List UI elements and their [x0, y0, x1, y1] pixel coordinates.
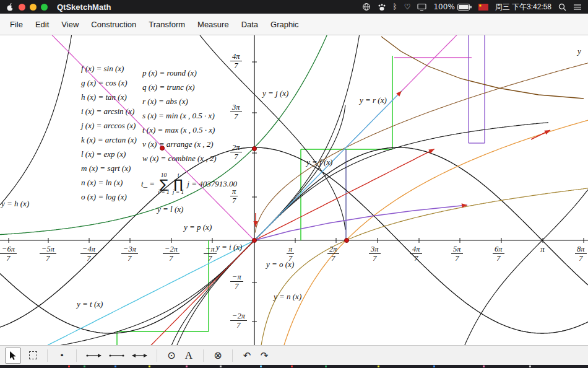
- menu-construction[interactable]: Construction: [85, 20, 142, 29]
- menu-edit[interactable]: Edit: [29, 20, 55, 29]
- control-center-icon[interactable]: [573, 4, 582, 11]
- dock-speck: [220, 366, 222, 367]
- marquee-tool[interactable]: [27, 348, 38, 363]
- function-definition[interactable]: w (x) = combine (x , 2): [142, 154, 217, 163]
- text-tool[interactable]: A: [183, 348, 194, 363]
- battery-indicator[interactable]: 100%: [433, 3, 471, 11]
- dock-speck: [68, 366, 70, 367]
- y-tick-label: 3π7: [230, 103, 242, 121]
- function-definition[interactable]: r (x) = abs (x): [142, 97, 188, 106]
- function-definition[interactable]: f (x) = sin (x): [81, 64, 124, 73]
- segment-tool[interactable]: [108, 348, 125, 363]
- dock-speck: [325, 366, 327, 367]
- dock-speck: [378, 366, 379, 367]
- measurement-expression[interactable]: t_ = 10 ∑ i = 1 i ∏ j = 1 j = 4037913.00: [141, 173, 237, 195]
- x-tick-label: π7: [287, 245, 294, 263]
- heart-icon[interactable]: ♡: [404, 3, 411, 11]
- function-definition[interactable]: o (x) = log (x): [81, 193, 127, 201]
- menu-view[interactable]: View: [55, 20, 85, 29]
- function-definition[interactable]: v (x) = arrange (x , 2): [142, 140, 214, 149]
- undo-button[interactable]: ↶: [241, 348, 253, 363]
- curve-label[interactable]: y = l (x): [157, 205, 183, 214]
- dock-speck: [84, 366, 85, 367]
- function-definition[interactable]: k (x) = arctan (x): [81, 136, 137, 144]
- curve-label[interactable]: y = f (x): [306, 158, 332, 167]
- curve-label[interactable]: y = i (x): [216, 243, 242, 252]
- dock-speck: [149, 366, 150, 367]
- y-tick-label: π7: [230, 187, 238, 205]
- menu-file[interactable]: File: [4, 20, 29, 29]
- redo-button[interactable]: ↷: [259, 348, 270, 363]
- x-tick-label: π: [540, 245, 545, 255]
- dock-speck: [186, 366, 188, 367]
- dock-speck: [291, 366, 293, 367]
- toolbar: •⊙A⊗↶↷: [0, 345, 588, 365]
- sum-lhs: t_ =: [141, 179, 155, 189]
- dock-speck: [115, 366, 116, 367]
- globe-icon[interactable]: [362, 2, 371, 11]
- menubar-status-icons: ᛒ ♡ 100% 周三 下午3:42:58: [362, 2, 582, 12]
- x-tick-label: −4π7: [80, 245, 97, 263]
- minimize-button[interactable]: [30, 4, 37, 11]
- curve-label[interactable]: y = n (x): [274, 292, 301, 301]
- close-button[interactable]: [19, 4, 25, 11]
- apple-icon: [6, 2, 14, 12]
- x-tick-label: 2π7: [327, 245, 339, 263]
- app-menubar: FileEditViewConstructionTransformMeasure…: [0, 14, 588, 35]
- line-tool[interactable]: [131, 348, 148, 363]
- curve-label[interactable]: y = h (x): [1, 199, 29, 208]
- x-tick-label: 6π7: [493, 245, 504, 263]
- x-tick-label: −3π7: [121, 245, 138, 263]
- toolbar-separator: [157, 349, 157, 362]
- zoom-button[interactable]: [41, 4, 48, 11]
- function-definition[interactable]: q (x) = trunc (x): [142, 83, 195, 92]
- menu-transform[interactable]: Transform: [142, 20, 191, 29]
- display-icon[interactable]: [417, 3, 426, 11]
- toolbar-separator: [47, 349, 48, 362]
- curve-label[interactable]: y = r (x): [360, 96, 387, 105]
- bluetooth-icon[interactable]: ᛒ: [393, 3, 397, 11]
- x-tick-label: 3π7: [369, 245, 381, 263]
- x-tick-label: −2π7: [163, 245, 179, 263]
- dock-speck: [260, 366, 262, 367]
- cursor-icon: [9, 351, 17, 361]
- ray-tool[interactable]: [85, 348, 102, 363]
- dock-strip: [0, 365, 588, 368]
- menu-data[interactable]: Data: [235, 20, 264, 29]
- menu-graphic[interactable]: Graphic: [264, 20, 305, 29]
- battery-percent: 100%: [433, 3, 454, 11]
- x-tick-label: 5π7: [451, 245, 463, 263]
- spotlight-icon[interactable]: [558, 3, 566, 11]
- curve-label[interactable]: y = t (x): [77, 300, 103, 309]
- menubar-clock[interactable]: 周三 下午3:42:58: [495, 2, 551, 12]
- circle-tool[interactable]: ⊙: [166, 348, 177, 363]
- menu-measure[interactable]: Measure: [191, 20, 235, 29]
- function-definition[interactable]: m (x) = sqrt (x): [81, 164, 131, 173]
- function-definition[interactable]: n (x) = ln (x): [81, 178, 123, 187]
- select-tool[interactable]: [5, 348, 21, 364]
- marquee-icon: [29, 351, 37, 359]
- function-definition[interactable]: s (x) = min (x , 0.5 · x): [142, 112, 215, 120]
- curve-label[interactable]: y = j (x): [262, 89, 288, 98]
- dock-speck: [529, 366, 531, 367]
- dock-speck: [483, 366, 485, 367]
- curve-label[interactable]: y = p (x): [184, 223, 212, 232]
- input-flag-icon[interactable]: [478, 4, 488, 11]
- function-definition[interactable]: j (x) = arccos (x): [81, 121, 136, 130]
- function-definition[interactable]: p (x) = round (x): [142, 69, 197, 77]
- function-definition[interactable]: h (x) = tan (x): [81, 93, 127, 102]
- y-tick-label: −π7: [230, 273, 243, 291]
- toolbar-separator: [76, 349, 77, 362]
- app-menu-title[interactable]: QtSketchMath: [57, 2, 111, 12]
- intersect-tool[interactable]: ⊗: [212, 348, 223, 363]
- curve-label[interactable]: y: [577, 47, 581, 56]
- apple-menu[interactable]: [6, 2, 14, 12]
- function-definition[interactable]: t (x) = max (x , 0.5 · x): [142, 126, 215, 134]
- paw-icon[interactable]: [378, 3, 386, 11]
- function-definition[interactable]: i (x) = arcsin (x): [81, 107, 134, 116]
- function-definition[interactable]: l (x) = exp (x): [81, 150, 126, 159]
- y-tick-label: 4π7: [230, 52, 242, 70]
- point-tool[interactable]: •: [56, 348, 67, 363]
- sketch-canvas[interactable]: t_ = 10 ∑ i = 1 i ∏ j = 1 j = 4037913.00…: [0, 35, 588, 345]
- function-definition[interactable]: g (x) = cos (x): [81, 79, 127, 87]
